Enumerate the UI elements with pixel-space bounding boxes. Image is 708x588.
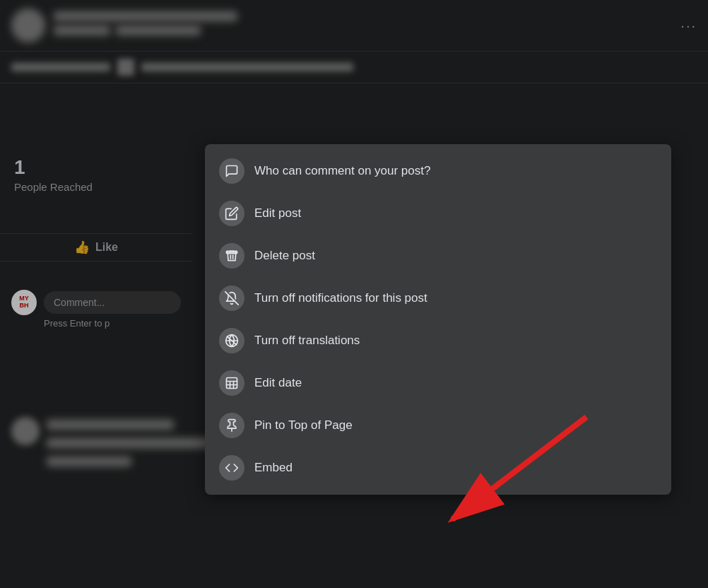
menu-item-turn-off-translations[interactable]: Turn off translations (205, 319, 671, 362)
svg-rect-5 (227, 378, 237, 389)
menu-item-edit-post[interactable]: Edit post (205, 192, 671, 235)
menu-label-turn-off-notifications: Turn off notifications for this post (254, 291, 427, 305)
dropdown-menu: Who can comment on your post? Edit post … (205, 144, 671, 495)
comment-control-icon (219, 158, 244, 184)
menu-label-edit-date: Edit date (254, 376, 302, 390)
menu-item-turn-off-notifications[interactable]: Turn off notifications for this post (205, 277, 671, 319)
menu-item-pin-to-top[interactable]: Pin to Top of Page (205, 404, 671, 447)
menu-item-delete-post[interactable]: Delete post (205, 235, 671, 277)
menu-label-comment-control: Who can comment on your post? (254, 164, 430, 178)
menu-label-embed: Embed (254, 461, 293, 475)
menu-label-edit-post: Edit post (254, 206, 301, 220)
edit-date-icon (219, 370, 244, 396)
delete-post-icon (219, 243, 244, 269)
menu-label-delete-post: Delete post (254, 249, 315, 263)
menu-item-edit-date[interactable]: Edit date (205, 362, 671, 404)
embed-icon (219, 455, 244, 481)
turn-off-translations-icon (219, 328, 244, 353)
pin-to-top-icon (219, 413, 244, 438)
menu-label-turn-off-translations: Turn off translations (254, 334, 360, 348)
menu-item-comment-control[interactable]: Who can comment on your post? (205, 150, 671, 192)
edit-post-icon (219, 201, 244, 226)
menu-label-pin-to-top: Pin to Top of Page (254, 418, 353, 433)
turn-off-notifications-icon (219, 286, 244, 311)
menu-item-embed[interactable]: Embed (205, 447, 671, 489)
svg-line-1 (225, 292, 238, 305)
